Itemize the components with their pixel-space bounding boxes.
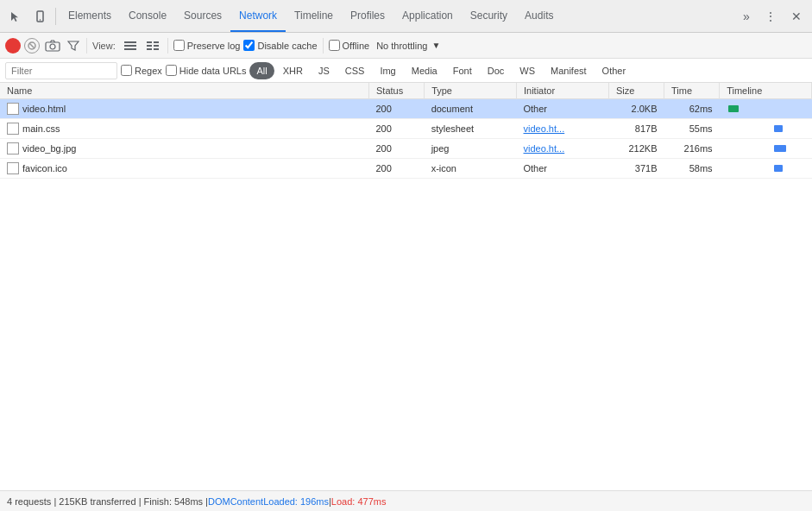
cell-status: 200 [369, 159, 425, 179]
cell-size: 2.0KB [608, 99, 664, 119]
record-button[interactable] [5, 38, 21, 54]
file-icon [7, 162, 19, 174]
filter-type-xhr[interactable]: XHR [276, 62, 310, 79]
svg-rect-11 [147, 48, 152, 50]
col-header-size[interactable]: Size [608, 83, 664, 99]
network-toolbar: View: Preserve log Disable cache Offline… [0, 33, 812, 59]
tab-timeline[interactable]: Timeline [286, 0, 342, 32]
cursor-icon-btn[interactable] [3, 4, 28, 28]
timeline-bar [774, 125, 783, 132]
col-header-time[interactable]: Time [664, 83, 720, 99]
cell-type: document [425, 99, 517, 119]
tab-security[interactable]: Security [462, 0, 516, 32]
tab-elements[interactable]: Elements [60, 0, 120, 32]
table-row[interactable]: favicon.ico200x-iconOther371B58ms [0, 159, 812, 179]
cell-initiator[interactable]: video.ht... [517, 119, 609, 139]
timeline-bar-wrap [727, 121, 805, 136]
col-header-status[interactable]: Status [369, 83, 425, 99]
filter-type-doc[interactable]: Doc [481, 62, 512, 79]
cell-timeline [720, 119, 812, 139]
cell-initiator[interactable]: video.ht... [517, 139, 609, 159]
tabs-list: Elements Console Sources Network Timelin… [60, 0, 734, 32]
regex-wrap[interactable]: Regex [121, 65, 162, 76]
file-name: video_bg.jpg [22, 143, 76, 154]
tab-separator-1 [55, 8, 56, 25]
table-row[interactable]: video.html200documentOther2.0KB62ms [0, 99, 812, 119]
timeline-bar [774, 165, 783, 172]
cell-size: 371B [608, 159, 664, 179]
list-view-btn[interactable] [121, 38, 140, 54]
col-header-timeline[interactable]: Timeline [720, 83, 812, 99]
cell-size: 212KB [608, 139, 664, 159]
table-header: Name Status Type Initiator Size Time Tim… [0, 83, 812, 99]
devtools-tab-bar: Elements Console Sources Network Timelin… [0, 0, 812, 33]
load-link[interactable]: Load: 477ms [331, 496, 387, 507]
filter-type-manifest[interactable]: Manifest [544, 62, 594, 79]
tab-network[interactable]: Network [230, 0, 286, 32]
cell-time: 55ms [664, 119, 720, 139]
filter-toggle-button[interactable] [66, 38, 81, 54]
tab-console[interactable]: Console [120, 0, 175, 32]
view-label: View: [92, 41, 116, 51]
cell-name: favicon.ico [0, 159, 369, 179]
col-header-name[interactable]: Name [0, 83, 369, 99]
hide-data-urls-checkbox[interactable] [166, 65, 177, 76]
tree-view-btn[interactable] [143, 38, 162, 54]
stop-button[interactable] [24, 38, 40, 54]
offline-checkbox[interactable] [329, 40, 340, 51]
filter-type-other[interactable]: Other [595, 62, 633, 79]
filter-type-all[interactable]: All [249, 62, 274, 79]
dom-content-loaded-link[interactable]: DOMContentLoaded: 196ms [208, 496, 329, 507]
disable-cache-checkbox[interactable] [243, 40, 255, 51]
mobile-icon-btn[interactable] [28, 4, 52, 28]
table-row[interactable]: video_bg.jpg200jpegvideo.ht...212KB216ms [0, 139, 812, 159]
toolbar-sep-2 [167, 38, 168, 54]
camera-button[interactable] [43, 38, 62, 54]
chevron-down-icon[interactable]: ▼ [431, 41, 440, 50]
cell-timeline [720, 159, 812, 179]
filter-type-media[interactable]: Media [405, 62, 444, 79]
filter-type-ws[interactable]: WS [513, 62, 542, 79]
file-name: main.css [22, 123, 60, 134]
ellipsis-menu-btn[interactable]: ⋮ [758, 4, 783, 28]
timeline-bar [774, 145, 786, 152]
col-header-type[interactable]: Type [425, 83, 517, 99]
filter-type-js[interactable]: JS [312, 62, 337, 79]
svg-rect-6 [124, 41, 136, 43]
close-devtools-btn[interactable]: ✕ [784, 4, 809, 28]
cell-time: 62ms [664, 99, 720, 119]
table-body: video.html200documentOther2.0KB62msmain.… [0, 99, 812, 179]
col-header-initiator[interactable]: Initiator [517, 83, 609, 99]
filter-type-img[interactable]: Img [373, 62, 402, 79]
filter-type-font[interactable]: Font [446, 62, 479, 79]
offline-wrap[interactable]: Offline [329, 40, 370, 51]
tab-sources[interactable]: Sources [175, 0, 230, 32]
svg-rect-8 [124, 48, 136, 50]
tab-audits[interactable]: Audits [516, 0, 562, 32]
initiator-link[interactable]: video.ht... [524, 123, 565, 134]
network-table-wrap[interactable]: Name Status Type Initiator Size Time Tim… [0, 83, 812, 490]
svg-rect-9 [147, 41, 152, 43]
cell-name: video_bg.jpg [0, 139, 369, 159]
preserve-log-checkbox[interactable] [173, 40, 185, 51]
preserve-log-wrap[interactable]: Preserve log [173, 40, 241, 51]
table-row[interactable]: main.css200stylesheetvideo.ht...817B55ms [0, 119, 812, 139]
cell-type: x-icon [425, 159, 517, 179]
cell-time: 58ms [664, 159, 720, 179]
cell-name: video.html [0, 99, 369, 119]
cell-status: 200 [369, 139, 425, 159]
regex-checkbox[interactable] [121, 65, 132, 76]
more-tabs-btn[interactable]: » [734, 9, 758, 23]
disable-cache-wrap[interactable]: Disable cache [243, 40, 317, 51]
filter-bar: Regex Hide data URLs AllXHRJSCSSImgMedia… [0, 59, 812, 83]
cell-status: 200 [369, 99, 425, 119]
svg-rect-12 [154, 41, 159, 43]
filter-type-css[interactable]: CSS [338, 62, 372, 79]
hide-data-urls-wrap[interactable]: Hide data URLs [166, 65, 247, 76]
initiator-link[interactable]: video.ht... [524, 143, 565, 154]
cell-size: 817B [608, 119, 664, 139]
network-table: Name Status Type Initiator Size Time Tim… [0, 83, 812, 179]
tab-profiles[interactable]: Profiles [342, 0, 393, 32]
tab-application[interactable]: Application [393, 0, 462, 32]
filter-input[interactable] [5, 62, 117, 79]
